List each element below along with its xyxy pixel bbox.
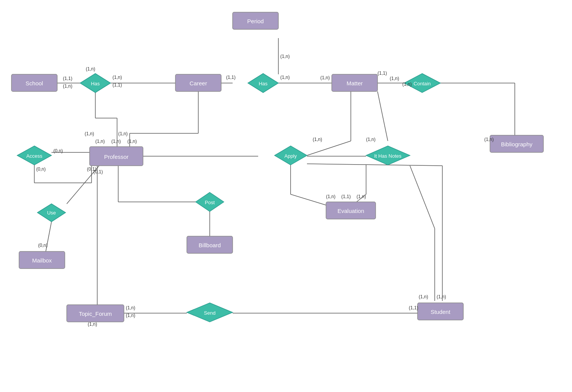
- card-prof-career: (1,n): [111, 139, 121, 144]
- entity-topic-forum-label: Topic_Forum: [79, 310, 112, 317]
- svg-line-15: [307, 141, 351, 155]
- relation-apply-label: Apply: [284, 153, 297, 159]
- relation-send-label: Send: [204, 310, 215, 316]
- relation-it-has-notes-label: It Has Notes: [374, 153, 402, 159]
- card-ithas-matter: (1,n): [366, 137, 376, 142]
- card-period-has2: (1,n): [280, 54, 290, 59]
- card-topicforum-bot: (1,n): [88, 322, 97, 327]
- relation-use-label: Use: [47, 210, 56, 216]
- entity-evaluation-label: Evaluation: [337, 208, 364, 214]
- card-contain-bib: (1,n): [484, 137, 494, 142]
- card-has1-career-bot: (1,1): [112, 82, 122, 88]
- card-matter-contain-11: (1,1): [378, 70, 387, 76]
- card-student-top-left: (1,n): [419, 294, 428, 299]
- card-matter-contain-1n2: (1,n): [402, 82, 412, 87]
- card-student-top-right: (1,n): [437, 294, 446, 299]
- card-has2-career: (1,1): [226, 75, 236, 80]
- svg-line-36: [307, 164, 442, 166]
- relation-has1-label: Has: [91, 81, 100, 86]
- card-prof-has1: (1,n): [95, 139, 105, 144]
- relation-has2-label: Has: [259, 81, 268, 86]
- card-topicforum-send-top: (1,n): [126, 305, 135, 310]
- card-eval-apply: (1,n): [326, 194, 336, 199]
- card-access-loop-left: (0,n): [36, 166, 46, 172]
- card-has1-prof: (1,n): [85, 131, 94, 136]
- card-has1-career-top: (1,n): [112, 75, 122, 80]
- card-topicforum-send-bot: (1,n): [126, 313, 135, 318]
- entity-career-label: Career: [190, 80, 207, 86]
- entity-professor-label: Professor: [104, 154, 129, 160]
- entity-mailbox-label: Mailbox: [32, 257, 52, 264]
- relation-contain-label: Contain: [414, 81, 431, 86]
- card-eval-ithas: (1,n): [357, 194, 366, 199]
- card-matter-contain-1n: (1,n): [390, 76, 399, 81]
- relation-access-label: Access: [26, 153, 42, 159]
- card-has2-matter: (1,n): [280, 75, 290, 80]
- card-apply-matter: (1,n): [313, 137, 322, 142]
- svg-line-31: [378, 91, 388, 141]
- card-prof-matter: (1,n): [127, 139, 137, 144]
- card-eval-mid: (1,1): [341, 194, 351, 199]
- entity-matter-label: Matter: [347, 80, 363, 86]
- card-school-has1-top: (1,1): [63, 76, 72, 81]
- card-access-right: (0,n): [53, 148, 63, 154]
- card-use-mailbox: (0,n): [38, 243, 48, 248]
- svg-line-30: [291, 194, 332, 207]
- entity-billboard-label: Billboard: [199, 242, 221, 248]
- card-use-prof: (0,1): [93, 169, 103, 174]
- entity-school-label: School: [26, 80, 43, 86]
- entity-period-label: Period: [247, 18, 264, 24]
- card-send-student: (1,1): [409, 305, 418, 310]
- card-school-has1-bot: (1,n): [63, 83, 72, 89]
- svg-line-38: [410, 166, 435, 229]
- entity-student-label: Student: [431, 309, 451, 315]
- relation-post-label: Post: [205, 200, 215, 205]
- card-career-prof: (1,n): [118, 131, 128, 136]
- card-has1-top: (1,n): [86, 66, 95, 72]
- er-diagram: Period School Career Matter Professor Bi…: [0, 0, 572, 392]
- card-matter-has2: (1,n): [320, 75, 330, 80]
- entity-bibliography-label: Bibliography: [501, 141, 533, 147]
